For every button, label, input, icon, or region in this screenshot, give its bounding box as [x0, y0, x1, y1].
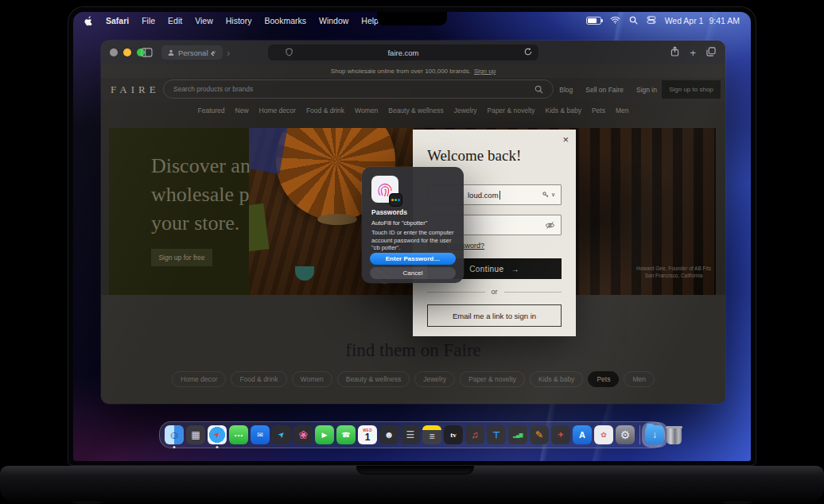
dock-icon-numbers[interactable]: ▂▄▆: [508, 425, 527, 444]
dock-icon-music[interactable]: ♫: [465, 425, 484, 444]
dock-icon-safari[interactable]: ➤: [208, 425, 227, 444]
dock-icon-pages[interactable]: ✎: [530, 425, 549, 444]
dock-icon-rocket[interactable]: ✈: [551, 425, 570, 444]
show-password-icon[interactable]: [545, 221, 555, 230]
dock-icon-app-store[interactable]: A: [573, 425, 592, 444]
category-pill[interactable]: Food & drink: [231, 371, 286, 387]
category-pill[interactable]: Jewelry: [414, 371, 455, 387]
promo-signup-link[interactable]: Sign up: [474, 68, 496, 75]
email-link-button[interactable]: Email me a link to sign in: [427, 304, 562, 327]
dock-icon-glyph: ✈: [558, 430, 564, 440]
signup-to-shop-button[interactable]: Sign up to shop: [662, 80, 721, 99]
forward-button[interactable]: ›: [227, 45, 230, 60]
dock-icon-photos[interactable]: ❀: [293, 425, 313, 444]
dock-icon-facetime[interactable]: ▶: [315, 425, 334, 444]
menu-item[interactable]: Edit: [168, 16, 182, 25]
close-icon[interactable]: ×: [562, 134, 569, 145]
menu-bar-items: SafariFileEditViewHistoryBookmarksWindow…: [106, 16, 379, 25]
new-tab-icon[interactable]: +: [690, 47, 696, 59]
close-window-button[interactable]: [110, 48, 118, 56]
dock-icon-downloads[interactable]: ↓: [645, 425, 664, 444]
laptop-base: [0, 466, 824, 502]
autofill-key-icon[interactable]: ∨: [542, 191, 555, 199]
menu-item[interactable]: View: [195, 16, 213, 25]
dock-icon-glyph: ♫: [472, 430, 479, 440]
dock-icon-freeform[interactable]: ✿: [594, 425, 613, 444]
dock-icon-contacts[interactable]: ☻: [379, 425, 398, 444]
menu-item[interactable]: History: [226, 16, 252, 25]
search-input[interactable]: Search products or brands: [163, 79, 554, 99]
dock-icon-tv[interactable]: tv: [444, 425, 463, 444]
header-link[interactable]: Blog: [559, 86, 573, 94]
dock-icon-trash[interactable]: [667, 428, 682, 444]
category-link[interactable]: Paper & novelty: [488, 107, 535, 114]
category-pill[interactable]: Home decor: [172, 371, 226, 387]
dock-icon-launchpad[interactable]: ▦: [186, 425, 205, 444]
category-link[interactable]: Women: [355, 107, 378, 114]
dock-icon-phone[interactable]: ☎: [336, 425, 356, 444]
spotlight-search-icon[interactable]: [629, 16, 638, 26]
dock-icon-reminders[interactable]: ☰: [401, 425, 420, 444]
dock-icon-glyph: ▂▄▆: [513, 430, 523, 440]
category-pill[interactable]: Women: [292, 371, 332, 387]
touch-id-icon: [371, 176, 398, 203]
category-link[interactable]: Kids & baby: [546, 107, 581, 114]
signup-free-button[interactable]: Sign up for free: [151, 249, 212, 266]
cancel-button[interactable]: Cancel: [370, 267, 456, 279]
category-link[interactable]: Home decor: [259, 107, 296, 114]
menu-item[interactable]: Window: [319, 16, 348, 25]
dock-icon-finder[interactable]: ☺: [165, 425, 184, 444]
header-link[interactable]: Sign in: [636, 86, 657, 94]
wifi-icon[interactable]: [610, 16, 620, 25]
enter-password-button[interactable]: Enter Password…: [370, 253, 456, 265]
dock-icon-maps[interactable]: ➤: [272, 425, 291, 444]
card-decor: [249, 204, 269, 252]
category-link[interactable]: New: [235, 107, 249, 114]
sidebar-toggle-icon[interactable]: [141, 45, 153, 60]
apple-menu-icon[interactable]: [84, 16, 93, 26]
dock-icon-glyph: ▦: [191, 430, 200, 440]
search-icon: [534, 85, 543, 94]
dock-icon-glyph: 1: [365, 432, 371, 442]
category-link[interactable]: Pets: [592, 107, 605, 114]
battery-icon[interactable]: [586, 17, 601, 25]
category-link[interactable]: Jewelry: [454, 107, 477, 114]
search-placeholder: Search products or brands: [173, 85, 253, 93]
dock-icon-keynote[interactable]: ⊤: [487, 425, 506, 444]
privacy-shield-icon[interactable]: [286, 48, 293, 58]
category-link[interactable]: Food & drink: [306, 107, 344, 114]
faire-logo[interactable]: FAIRE: [111, 83, 160, 96]
dock-icon-settings[interactable]: ⚙: [616, 425, 635, 444]
category-link[interactable]: Beauty & wellness: [388, 107, 443, 114]
menu-bar-time: 9:41 AM: [709, 16, 740, 25]
dock-icon-notes[interactable]: ≡: [422, 425, 441, 444]
dock-icon-messages[interactable]: …: [229, 425, 248, 444]
category-nav: FeaturedNewHome decorFood & drinkWomenBe…: [101, 102, 725, 119]
founder-caption: Howard Gee, Founder of AB Fits San Franc…: [636, 265, 711, 279]
minimize-window-button[interactable]: [123, 48, 131, 56]
reload-icon[interactable]: [524, 48, 532, 57]
category-pill[interactable]: Kids & baby: [530, 371, 583, 387]
header-link[interactable]: Sell on Faire: [585, 86, 624, 94]
control-center-icon[interactable]: [647, 16, 656, 25]
category-pill[interactable]: Beauty & wellness: [337, 371, 410, 387]
category-pill[interactable]: Men: [624, 371, 655, 387]
dock-icon-mail[interactable]: ✉: [251, 425, 270, 444]
menu-item[interactable]: File: [142, 16, 155, 25]
tab-overview-icon[interactable]: [706, 45, 716, 60]
menu-bar-clock[interactable]: Wed Apr 1 9:41 AM: [665, 16, 740, 25]
category-link[interactable]: Featured: [198, 107, 225, 114]
share-icon[interactable]: [670, 45, 679, 60]
address-bar[interactable]: faire.com: [268, 45, 538, 60]
category-link[interactable]: Men: [616, 107, 629, 114]
autofill-dialog: Passwords AutoFill for "cbpotter" Touch …: [362, 167, 464, 283]
category-pill[interactable]: Paper & novelty: [460, 371, 525, 387]
dock-icon-calendar[interactable]: WED 1: [358, 425, 377, 444]
back-button[interactable]: ‹: [211, 45, 214, 60]
menu-item[interactable]: Help: [361, 16, 379, 25]
category-pill[interactable]: Pets: [588, 371, 619, 387]
menu-item[interactable]: Safari: [106, 16, 129, 25]
dock-icon-divider[interactable]: [639, 425, 640, 444]
url-text: faire.com: [387, 48, 418, 57]
menu-item[interactable]: Bookmarks: [264, 16, 306, 25]
